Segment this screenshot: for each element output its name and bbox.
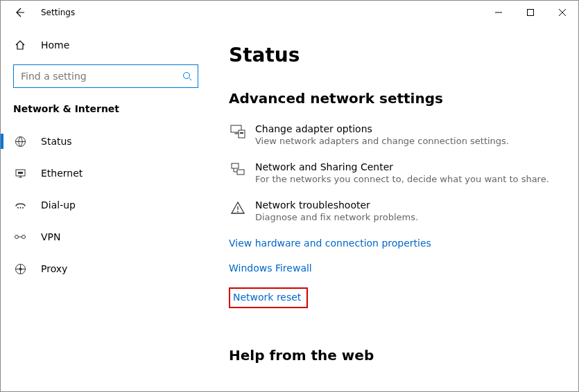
sidebar-item-status[interactable]: Status — [1, 125, 211, 157]
search-icon — [182, 71, 192, 81]
minimize-icon — [495, 9, 502, 16]
adapter-icon — [229, 123, 247, 146]
dialup-icon — [13, 200, 27, 210]
svg-point-5 — [17, 207, 19, 208]
search-placeholder: Find a setting — [21, 71, 182, 82]
sidebar-item-vpn[interactable]: VPN — [1, 221, 211, 253]
footer-heading: Help from the web — [229, 347, 560, 364]
link-hardware-properties[interactable]: View hardware and connection properties — [229, 238, 560, 249]
svg-rect-13 — [239, 130, 245, 138]
sidebar-item-label: Status — [41, 136, 72, 147]
svg-point-6 — [19, 207, 21, 208]
content-pane: Status Advanced network settings Change … — [211, 24, 578, 391]
option-change-adapter[interactable]: Change adapter options View network adap… — [229, 123, 560, 146]
svg-rect-15 — [232, 163, 239, 168]
window-controls — [483, 1, 578, 24]
home-nav[interactable]: Home — [1, 31, 211, 59]
sidebar-item-dialup[interactable]: Dial-up — [1, 189, 211, 221]
svg-rect-0 — [528, 10, 534, 16]
back-button[interactable] — [10, 3, 30, 22]
globe-icon — [13, 136, 27, 148]
svg-point-1 — [184, 73, 190, 79]
link-network-reset[interactable]: Network reset — [229, 287, 308, 308]
close-icon — [559, 9, 566, 16]
option-title: Network troubleshooter — [255, 199, 418, 211]
home-icon — [13, 39, 27, 51]
body: Home Find a setting Network & Internet S… — [1, 24, 578, 391]
nav-list: Status Ethernet Dial-up — [1, 125, 211, 285]
link-list: View hardware and connection properties … — [229, 238, 560, 308]
window-title: Settings — [41, 8, 75, 17]
maximize-icon — [527, 9, 534, 16]
svg-point-11 — [19, 267, 21, 270]
close-button[interactable] — [546, 1, 578, 24]
category-heading: Network & Internet — [1, 91, 211, 121]
option-sharing-center[interactable]: Network and Sharing Center For the netwo… — [229, 161, 560, 184]
titlebar: Settings — [1, 1, 578, 24]
sidebar-item-label: Ethernet — [41, 168, 83, 179]
sidebar-item-label: VPN — [41, 231, 61, 242]
svg-rect-16 — [237, 170, 244, 175]
minimize-button[interactable] — [483, 1, 515, 24]
search-input[interactable]: Find a setting — [13, 64, 198, 88]
sidebar-item-ethernet[interactable]: Ethernet — [1, 157, 211, 189]
page-title: Status — [229, 44, 560, 66]
option-title: Network and Sharing Center — [255, 161, 549, 172]
sharing-icon — [229, 161, 247, 184]
back-arrow-icon — [15, 7, 26, 18]
sidebar: Home Find a setting Network & Internet S… — [1, 24, 211, 391]
svg-point-17 — [237, 211, 239, 213]
svg-rect-14 — [240, 132, 243, 134]
warning-icon — [229, 199, 247, 222]
maximize-button[interactable] — [515, 1, 546, 24]
svg-point-9 — [22, 235, 26, 239]
link-windows-firewall[interactable]: Windows Firewall — [229, 262, 560, 274]
svg-rect-4 — [18, 172, 23, 174]
sidebar-item-label: Dial-up — [41, 199, 76, 211]
svg-point-8 — [15, 235, 19, 239]
home-label: Home — [41, 39, 69, 51]
vpn-icon — [13, 232, 27, 242]
svg-point-7 — [22, 207, 24, 208]
section-heading: Advanced network settings — [229, 90, 560, 107]
search-container: Find a setting — [1, 59, 211, 91]
option-desc: For the networks you connect to, decide … — [255, 174, 549, 184]
sidebar-item-proxy[interactable]: Proxy — [1, 253, 211, 285]
option-title: Change adapter options — [255, 123, 509, 134]
settings-window: Settings Home Find a setting — [0, 0, 579, 392]
sidebar-item-label: Proxy — [41, 263, 67, 274]
ethernet-icon — [13, 168, 27, 179]
option-troubleshooter[interactable]: Network troubleshooter Diagnose and fix … — [229, 199, 560, 222]
option-desc: Diagnose and fix network problems. — [255, 212, 418, 222]
option-desc: View network adapters and change connect… — [255, 136, 509, 146]
proxy-icon — [13, 263, 27, 275]
